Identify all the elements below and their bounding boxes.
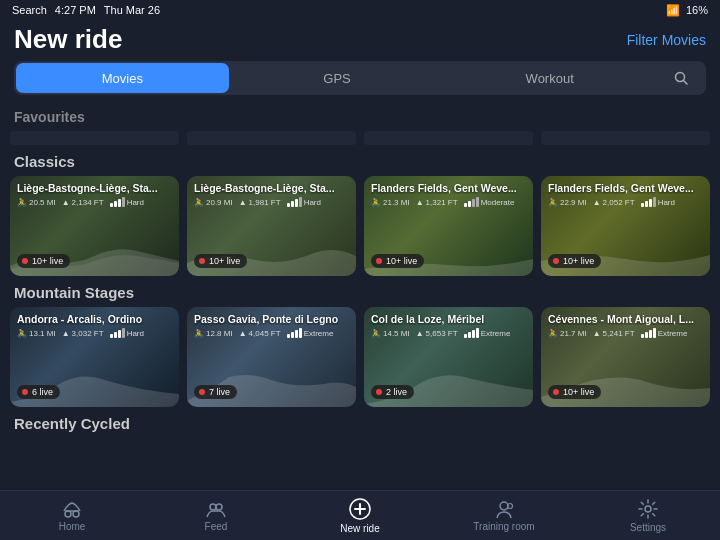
card-liege1[interactable]: Liège-Bastogne-Liège, Sta... 🚴 20.5 MI ▲… <box>10 176 179 276</box>
card-flanders2-name: Flanders Fields, Gent Weve... <box>548 182 703 194</box>
svg-point-3 <box>73 511 79 517</box>
status-bar: Search 4:27 PM Thu Mar 26 📶 16% <box>0 0 720 20</box>
card-cevennes-name: Cévennes - Mont Aigoual, L... <box>548 313 703 325</box>
nav-home-label: Home <box>59 521 86 532</box>
nav-new-ride[interactable]: New ride <box>288 491 432 540</box>
recently-cycled-title: Recently Cycled <box>14 415 706 432</box>
search-label[interactable]: Search <box>12 4 47 16</box>
svg-point-2 <box>65 511 71 517</box>
nav-training-label: Training room <box>473 521 534 532</box>
card-flanders2-live: 10+ live <box>548 254 601 268</box>
card-liege1-name: Liège-Bastogne-Liège, Sta... <box>17 182 172 194</box>
tab-workout[interactable]: Workout <box>443 61 656 95</box>
filter-movies-button[interactable]: Filter Movies <box>627 32 706 48</box>
bottom-nav: Home Feed New ride Training room Setting… <box>0 490 720 540</box>
nav-new-ride-label: New ride <box>340 523 379 534</box>
card-passo-name: Passo Gavia, Ponte di Legno <box>194 313 349 325</box>
tab-search[interactable] <box>656 61 706 95</box>
tab-bar: Movies GPS Workout <box>14 61 706 95</box>
card-col-live: 2 live <box>371 385 414 399</box>
page-title: New ride <box>14 24 122 55</box>
card-passo-live: 7 live <box>194 385 237 399</box>
favourites-title: Favourites <box>14 109 706 125</box>
tab-gps[interactable]: GPS <box>231 61 444 95</box>
card-andorra[interactable]: Andorra - Arcalis, Ordino 🚴13.1 MI ▲3,03… <box>10 307 179 407</box>
nav-training[interactable]: Training room <box>432 491 576 540</box>
nav-feed-label: Feed <box>205 521 228 532</box>
card-passo[interactable]: Passo Gavia, Ponte di Legno 🚴12.8 MI ▲4,… <box>187 307 356 407</box>
card-liege2-name: Liège-Bastogne-Liège, Sta... <box>194 182 349 194</box>
svg-line-1 <box>684 81 688 85</box>
card-andorra-live: 6 live <box>17 385 60 399</box>
mountain-stages-title: Mountain Stages <box>14 284 706 301</box>
card-flanders2[interactable]: Flanders Fields, Gent Weve... 🚴22.9 MI ▲… <box>541 176 710 276</box>
card-andorra-name: Andorra - Arcalis, Ordino <box>17 313 172 325</box>
card-cevennes[interactable]: Cévennes - Mont Aigoual, L... 🚴21.7 MI ▲… <box>541 307 710 407</box>
content-area: Favourites Classics Liège-Bastogne-Liège… <box>0 103 720 438</box>
card-col-name: Col de la Loze, Méribel <box>371 313 526 325</box>
mountain-cards-row: Andorra - Arcalis, Ordino 🚴13.1 MI ▲3,03… <box>10 307 710 407</box>
classics-title: Classics <box>14 153 706 170</box>
nav-feed[interactable]: Feed <box>144 491 288 540</box>
card-cevennes-live: 10+ live <box>548 385 601 399</box>
wifi-icon: 📶 <box>666 4 680 17</box>
card-liege1-live: 10+ live <box>17 254 70 268</box>
svg-point-12 <box>645 506 651 512</box>
card-col[interactable]: Col de la Loze, Méribel 🚴14.5 MI ▲5,653 … <box>364 307 533 407</box>
svg-point-5 <box>210 504 216 510</box>
card-flanders1-live: 10+ live <box>371 254 424 268</box>
svg-point-6 <box>216 504 222 510</box>
card-flanders1-name: Flanders Fields, Gent Weve... <box>371 182 526 194</box>
classics-cards-row: Liège-Bastogne-Liège, Sta... 🚴 20.5 MI ▲… <box>10 176 710 276</box>
time: 4:27 PM <box>55 4 96 16</box>
nav-settings-label: Settings <box>630 522 666 533</box>
nav-home[interactable]: Home <box>0 491 144 540</box>
tab-movies[interactable]: Movies <box>16 63 229 93</box>
svg-point-10 <box>500 502 508 510</box>
battery-icon: 16% <box>686 4 708 16</box>
card-liege2-live: 10+ live <box>194 254 247 268</box>
nav-settings[interactable]: Settings <box>576 491 720 540</box>
header: New ride Filter Movies <box>0 20 720 61</box>
date: Thu Mar 26 <box>104 4 160 16</box>
card-flanders1[interactable]: Flanders Fields, Gent Weve... 🚴21.3 MI ▲… <box>364 176 533 276</box>
card-liege2[interactable]: Liège-Bastogne-Liège, Sta... 🚴20.9 MI ▲1… <box>187 176 356 276</box>
favourites-row <box>10 131 710 147</box>
